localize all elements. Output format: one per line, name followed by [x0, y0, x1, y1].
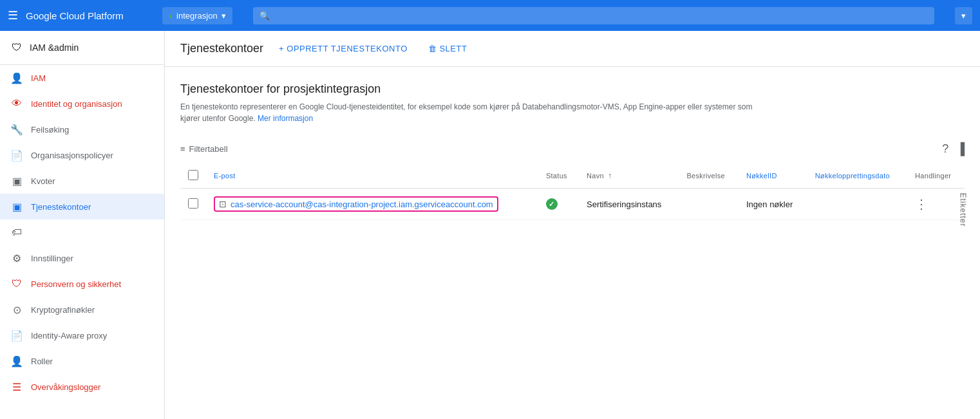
more-info-link[interactable]: Mer informasjon	[258, 114, 313, 123]
tag-icon: 🏷	[10, 226, 23, 239]
shield-icon: 🛡	[10, 41, 23, 54]
handlinger-column-header: Handlinger	[907, 163, 965, 189]
logs-icon: ☰	[10, 380, 23, 393]
sidebar-label-krypto: Kryptografinøkler	[31, 305, 95, 315]
nav-right-controls: ▾	[955, 7, 972, 24]
service-account-icon: ▣	[10, 200, 23, 213]
person-icon: 👤	[10, 71, 23, 84]
row-checkbox[interactable]	[188, 198, 198, 209]
sidebar-label-overvaking: Overvåkingslogger	[31, 382, 100, 392]
row-checkbox-cell	[180, 189, 206, 220]
sidebar-item-kvoter[interactable]: ▣ Kvoter	[0, 168, 164, 194]
sidebar-header-title: IAM &admin	[30, 42, 79, 53]
sidebar-item-proxy[interactable]: 📄 Identity-Aware proxy	[0, 322, 164, 348]
sidebar-label-roller: Roller	[31, 357, 53, 366]
column-settings-icon[interactable]: ▐	[956, 142, 965, 156]
main-content: Tjenestekontoer + OPPRETT TJENESTEKONTO …	[165, 31, 980, 419]
sidebar: 🛡 IAM &admin 👤 IAM 👁 Identitet og organi…	[0, 31, 165, 419]
etiketter-label: Etiketter	[958, 192, 967, 227]
sidebar-item-tjenestekontoer[interactable]: ▣ Tjenestekontoer	[0, 194, 164, 219]
sidebar-label-kvoter: Kvoter	[31, 176, 55, 186]
table-icons: ? ▐	[942, 142, 965, 156]
navn-value: Sertifiseringsinstans	[587, 200, 661, 209]
app-body: 🛡 IAM &admin 👤 IAM 👁 Identitet og organi…	[0, 31, 980, 419]
sidebar-label-proxy: Identity-Aware proxy	[31, 331, 107, 340]
sidebar-label-tjenestekontoer: Tjenestekontoer	[31, 202, 91, 212]
app-brand: Google Cloud Platform	[26, 10, 155, 21]
beskrivelse-cell	[679, 189, 739, 220]
sidebar-item-organisasjon[interactable]: 📄 Organisasjonspolicyer	[0, 142, 164, 168]
key-icon: ⊙	[10, 303, 23, 316]
sort-arrow-icon: ↑	[608, 171, 612, 180]
page-title: Tjenestekontoer	[180, 42, 263, 55]
email-service-icon: ⊡	[219, 199, 227, 209]
navn-cell: Sertifiseringsinstans	[579, 189, 679, 220]
table-toolbar: ≡ Filtertabell ? ▐	[180, 137, 965, 161]
sidebar-item-roller[interactable]: 👤 Roller	[0, 348, 164, 374]
email-column-header: E-post	[206, 163, 538, 189]
delete-button[interactable]: 🗑 SLETT	[423, 40, 473, 57]
sidebar-label-organisasjon: Organisasjonspolicyer	[31, 151, 113, 160]
more-actions-icon[interactable]: ⋮	[915, 197, 928, 211]
section-description: En tjenestekonto representerer en Google…	[180, 101, 760, 124]
help-icon[interactable]: ?	[942, 142, 948, 156]
email-link[interactable]: ⊡ cas-service-account@cas-integration-pr…	[214, 196, 498, 212]
nokkelopprettingsdato-column-header: Nøkkelopprettingsdato	[807, 163, 907, 189]
create-service-account-button[interactable]: + OPPRETT TJENESTEKONTO	[274, 40, 413, 57]
select-all-header	[180, 163, 206, 189]
select-all-checkbox[interactable]	[188, 170, 198, 180]
roles-icon: 👤	[10, 355, 23, 368]
dropdown-chevron-icon: ▾	[961, 11, 966, 21]
gear-icon: ⚙	[10, 252, 23, 265]
service-accounts-table: E-post Status Navn ↑ Beskrivelse	[180, 163, 965, 220]
sidebar-item-innstillinger[interactable]: ⚙ Innstillinger	[0, 245, 164, 271]
project-selector[interactable]: ● integrasjon ▾	[162, 7, 232, 24]
email-value: cas-service-account@cas-integration-proj…	[231, 200, 493, 209]
wrench-icon: 🔧	[10, 123, 23, 136]
privacy-icon: 🛡	[10, 277, 23, 290]
nav-dropdown[interactable]: ▾	[955, 7, 972, 24]
sidebar-item-tags[interactable]: 🏷	[0, 219, 164, 245]
status-column-header: Status	[538, 163, 579, 189]
table-row: ⊡ cas-service-account@cas-integration-pr…	[180, 189, 965, 220]
status-active-icon	[546, 198, 558, 210]
sidebar-header: 🛡 IAM &admin	[0, 31, 164, 65]
sidebar-item-iam[interactable]: 👤 IAM	[0, 65, 164, 91]
navn-column-header[interactable]: Navn ↑	[579, 163, 679, 189]
search-icon: 🔍	[259, 11, 270, 21]
filter-button[interactable]: ≡ Filtertabell	[180, 144, 228, 154]
handlinger-cell: ⋮	[907, 189, 965, 220]
sidebar-item-krypto[interactable]: ⊙ Kryptografinøkler	[0, 297, 164, 322]
document-icon: 📄	[10, 149, 23, 162]
proxy-icon: 📄	[10, 329, 23, 342]
nokkelid-value: Ingen nøkler	[746, 200, 793, 209]
main-section: Tjenestekontoer for prosjektintegrasjon …	[165, 67, 980, 236]
hamburger-menu-icon[interactable]: ☰	[8, 8, 18, 23]
top-navigation: ☰ Google Cloud Platform ● integrasjon ▾ …	[0, 0, 980, 31]
nokkelid-cell: Ingen nøkler	[739, 189, 807, 220]
sidebar-item-feilsoking[interactable]: 🔧 Feilsøking	[0, 116, 164, 142]
sidebar-label-feilsoking: Feilsøking	[31, 125, 69, 135]
sidebar-label-personvern: Personvern og sikkerhet	[31, 279, 121, 289]
page-header: Tjenestekontoer + OPPRETT TJENESTEKONTO …	[165, 31, 980, 67]
status-cell	[538, 189, 579, 220]
sidebar-item-overvaking[interactable]: ☰ Overvåkingslogger	[0, 374, 164, 400]
nokkelid-column-header: NøkkelID	[739, 163, 807, 189]
email-cell: ⊡ cas-service-account@cas-integration-pr…	[206, 189, 538, 220]
app-title: Google Cloud Platform	[26, 10, 124, 21]
search-bar[interactable]: 🔍	[253, 7, 934, 24]
sidebar-label-identitet: Identitet og organisasjon	[31, 99, 122, 109]
section-title: Tjenestekontoer for prosjektintegrasjon	[180, 82, 965, 96]
sidebar-item-identitet[interactable]: 👁 Identitet og organisasjon	[0, 91, 164, 116]
sidebar-label-iam: IAM	[31, 73, 46, 83]
project-dot-icon: ●	[169, 12, 173, 19]
sidebar-item-personvern[interactable]: 🛡 Personvern og sikkerhet	[0, 271, 164, 297]
filter-label: Filtertabell	[189, 144, 228, 154]
grid-icon: ▣	[10, 174, 23, 187]
project-dropdown-icon: ▾	[221, 11, 226, 21]
beskrivelse-column-header: Beskrivelse	[679, 163, 739, 189]
filter-icon: ≡	[180, 144, 185, 154]
eye-icon: 👁	[10, 97, 23, 110]
nokkelopprettingsdato-cell	[807, 189, 907, 220]
project-name: integrasjon	[176, 11, 218, 21]
